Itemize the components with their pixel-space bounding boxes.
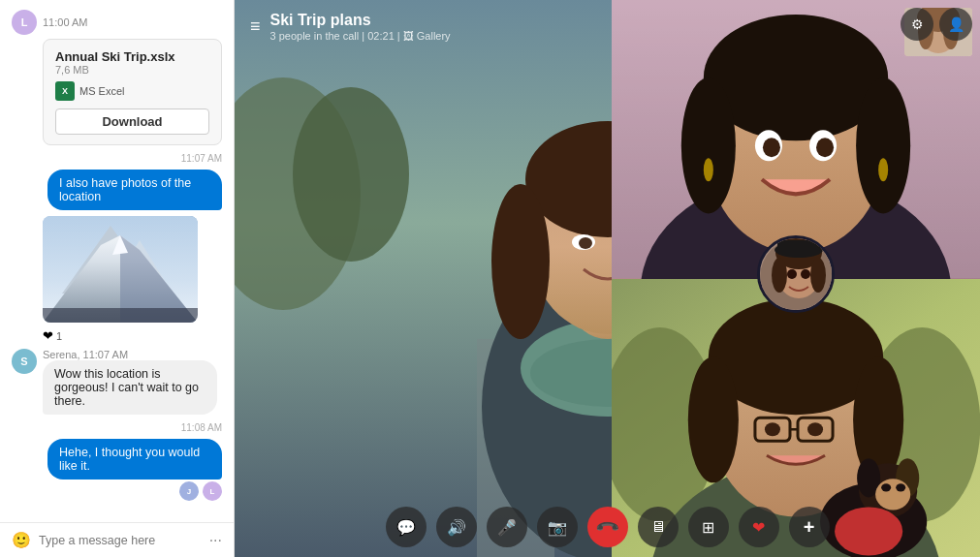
svg-point-62: [896, 483, 905, 491]
bubble-in-serena: Wow this location is gorgeous! I can't w…: [43, 360, 217, 415]
chat-panel: L 11:00 AM Annual Ski Trip.xslx 7,6 MB X…: [0, 0, 235, 557]
mountain-image: [43, 216, 198, 323]
file-name: Annual Ski Trip.xslx: [55, 49, 209, 64]
hamburger-icon[interactable]: ≡: [250, 16, 261, 37]
avatar-serena: S: [12, 349, 37, 374]
file-card: Annual Ski Trip.xslx 7,6 MB X MS Excel D…: [43, 39, 222, 145]
more-options-button[interactable]: ···: [209, 532, 222, 549]
svg-point-61: [881, 483, 891, 491]
file-size: 7,6 MB: [55, 64, 209, 76]
svg-point-9: [293, 87, 409, 262]
reaction-avatar-2: L: [203, 481, 222, 501]
svg-point-34: [816, 138, 834, 157]
svg-point-49: [688, 356, 739, 482]
circle-avatar-overlay: [757, 235, 835, 313]
svg-point-69: [787, 269, 797, 279]
timestamp-1108: 11:08 AM: [12, 422, 222, 433]
svg-point-29: [681, 77, 736, 213]
react-button[interactable]: ❤: [739, 507, 779, 547]
incoming-message-serena: S Serena, 11:07 AM Wow this location is …: [12, 349, 222, 415]
reaction-heart: ❤ 1: [43, 328, 222, 343]
end-call-icon: 📞: [594, 513, 621, 541]
timestamp-1107: 11:07 AM: [12, 153, 222, 164]
mic-icon: 🎤: [497, 518, 517, 537]
serena-sender-time: Serena, 11:07 AM: [43, 349, 217, 360]
right-video-grid: ⚙ 👤: [612, 0, 980, 557]
reaction-count: 1: [56, 330, 62, 342]
svg-point-35: [704, 158, 713, 181]
message-input[interactable]: [39, 534, 202, 547]
camera-icon: 📷: [548, 518, 567, 537]
emoji-button[interactable]: 🙂: [12, 531, 31, 549]
screen-share-icon: 🖥: [650, 518, 666, 536]
svg-rect-72: [777, 240, 820, 252]
bubble-out-photos: I also have photos of the location: [47, 170, 222, 210]
heart-icon: ❤: [43, 328, 53, 343]
speaker-button[interactable]: 🔊: [436, 507, 477, 547]
controls-bar: 💬 🔊 🎤 📷 📞 🖥 ⊞ ❤ +: [235, 497, 980, 557]
reaction-avatar-1: J: [179, 481, 199, 501]
call-title: Ski Trip plans: [270, 12, 451, 29]
video-header: ≡ Ski Trip plans 3 people in the call | …: [235, 0, 980, 53]
more-button[interactable]: +: [789, 507, 830, 547]
chat-icon: 💬: [396, 518, 416, 537]
heart-icon-ctrl: ❤: [752, 518, 765, 537]
call-subtitle: 3 people in the call | 02:21 | 🖼 Gallery: [270, 30, 451, 42]
svg-point-54: [765, 422, 780, 436]
file-message: L 11:00 AM Annual Ski Trip.xslx 7,6 MB X…: [12, 10, 222, 145]
svg-point-21: [579, 237, 592, 249]
excel-icon: X: [55, 81, 75, 101]
file-type-label: MS Excel: [79, 85, 124, 97]
video-button[interactable]: 📷: [537, 507, 578, 547]
sender-time-lucy: 11:00 AM: [43, 16, 87, 28]
chat-input-area: 🙂 ···: [0, 522, 234, 557]
plus-icon: +: [804, 516, 815, 539]
svg-point-17: [491, 184, 550, 339]
layout-icon: ⊞: [702, 518, 714, 537]
svg-rect-6: [43, 308, 198, 323]
sender-avatar-lucy: L: [12, 10, 37, 35]
speaker-icon: 🔊: [447, 518, 466, 537]
main-video-area: ≡ Ski Trip plans 3 people in the call | …: [235, 0, 980, 557]
chat-button[interactable]: 💬: [386, 507, 427, 547]
bubble-out-hehe: Hehe, I thought you would like it.: [47, 439, 222, 480]
screen-share-button[interactable]: 🖥: [638, 507, 679, 547]
layout-button[interactable]: ⊞: [688, 507, 729, 547]
svg-point-70: [801, 269, 810, 279]
svg-point-68: [810, 258, 826, 293]
chat-messages: L 11:00 AM Annual Ski Trip.xslx 7,6 MB X…: [0, 0, 234, 522]
download-button[interactable]: Download: [55, 108, 209, 135]
svg-point-36: [878, 158, 888, 181]
svg-point-67: [772, 258, 787, 293]
svg-point-55: [807, 422, 823, 436]
mic-button[interactable]: 🎤: [487, 507, 527, 547]
svg-point-30: [856, 77, 910, 213]
end-call-button[interactable]: 📞: [587, 507, 628, 547]
svg-point-33: [763, 138, 780, 157]
